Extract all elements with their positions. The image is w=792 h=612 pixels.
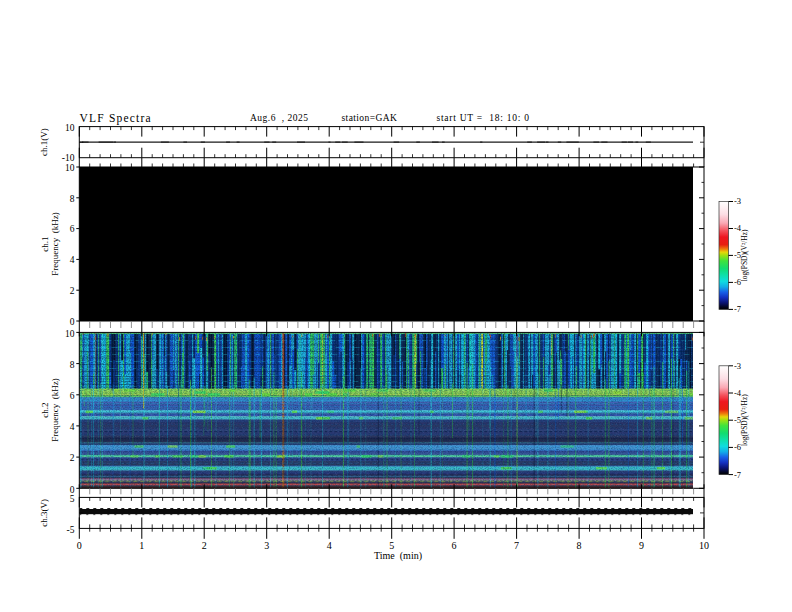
svg-text:ch.3(V): ch.3(V) — [40, 499, 50, 527]
svg-text:4: 4 — [70, 422, 75, 432]
svg-text:10: 10 — [699, 540, 709, 551]
svg-text:10: 10 — [65, 329, 75, 339]
svg-text:6: 6 — [70, 224, 75, 234]
svg-text:Time (min): Time (min) — [374, 550, 422, 562]
svg-text:8: 8 — [577, 540, 582, 551]
svg-text:ch.1(V): ch.1(V) — [40, 128, 50, 156]
svg-text:4: 4 — [70, 255, 75, 265]
svg-text:Frequency (kHz): Frequency (kHz) — [50, 212, 60, 275]
svg-text:4: 4 — [327, 540, 332, 551]
svg-text:2: 2 — [70, 453, 75, 463]
svg-text:ch.1: ch.1 — [40, 236, 50, 251]
svg-text:8: 8 — [70, 194, 75, 204]
svg-text:6: 6 — [452, 540, 457, 551]
svg-text:Frequency (kHz): Frequency (kHz) — [50, 378, 60, 441]
svg-text:2: 2 — [70, 286, 75, 296]
svg-text:-5: -5 — [67, 525, 75, 535]
svg-text:6: 6 — [70, 391, 75, 401]
svg-text:-7: -7 — [734, 304, 741, 314]
svg-text:7: 7 — [514, 540, 519, 551]
svg-text:ch.2: ch.2 — [40, 402, 50, 417]
svg-text:2: 2 — [202, 540, 207, 551]
svg-text:8: 8 — [70, 360, 75, 370]
svg-text:-3: -3 — [734, 196, 741, 206]
svg-text:10: 10 — [65, 123, 75, 133]
svg-text:0: 0 — [70, 317, 75, 327]
svg-text:10: 10 — [65, 163, 75, 173]
svg-text:5: 5 — [70, 494, 75, 504]
svg-text:-7: -7 — [734, 470, 741, 480]
svg-text:start UT = 18: 10: 0: start UT = 18: 10: 0 — [437, 113, 530, 123]
svg-text:1: 1 — [139, 540, 144, 551]
svg-text:station=GAK: station=GAK — [342, 113, 398, 123]
svg-text:VLF Spectra: VLF Spectra — [80, 112, 152, 125]
svg-text:-10: -10 — [62, 153, 75, 163]
svg-text:log(PSD)(V²/Hz): log(PSD)(V²/Hz) — [740, 229, 749, 281]
svg-text:3: 3 — [264, 540, 269, 551]
svg-text:9: 9 — [639, 540, 644, 551]
svg-text:log(PSD)(V²/Hz): log(PSD)(V²/Hz) — [740, 394, 749, 446]
svg-text:-3: -3 — [734, 361, 741, 371]
svg-text:0: 0 — [77, 540, 82, 551]
svg-text:Aug.6 , 2025: Aug.6 , 2025 — [250, 113, 309, 123]
